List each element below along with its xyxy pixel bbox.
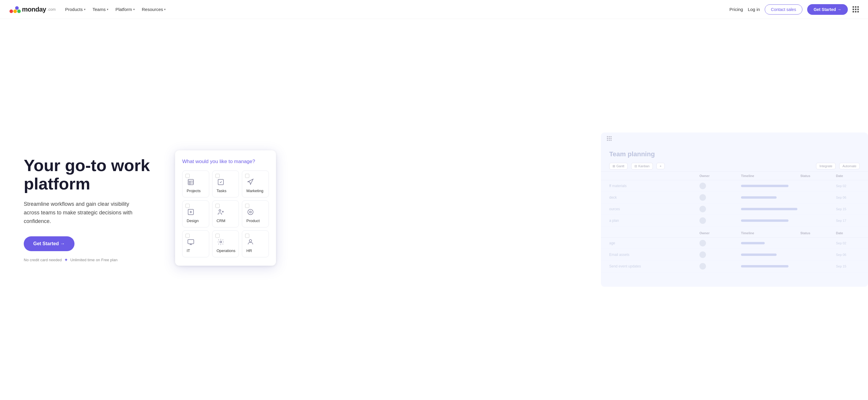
nav-right: Pricing Log in Contact sales Get Started…	[730, 4, 859, 15]
checkbox-crm[interactable]	[215, 204, 220, 208]
design-icon	[187, 208, 195, 216]
pricing-link[interactable]: Pricing	[730, 7, 743, 12]
hero-note1: No credit card needed	[24, 258, 62, 262]
modal-item-product[interactable]: Product	[242, 200, 269, 227]
hero-visual: Team planning ⊞Gantt ⊟Kanban + Integrate…	[160, 127, 844, 293]
hero-note: No credit card needed ✦ Unlimited time o…	[24, 257, 166, 263]
nav-left: monday .com Products ▾ Teams ▾ Platform …	[9, 5, 165, 14]
svg-point-13	[248, 209, 253, 215]
checkbox-marketing[interactable]	[245, 174, 249, 178]
board-title: Team planning	[601, 144, 868, 161]
hero-title: Your go-to work platform	[24, 156, 166, 193]
svg-point-2	[17, 9, 21, 13]
operations-icon	[217, 238, 225, 246]
modal-item-tasks[interactable]: Tasks	[212, 170, 239, 198]
nav-item-platform[interactable]: Platform ▾	[116, 7, 135, 12]
checkbox-it[interactable]	[185, 234, 190, 238]
marketing-label: Marketing	[246, 189, 263, 193]
svg-rect-4	[188, 179, 193, 185]
kanban-button[interactable]: ⊟Kanban	[631, 163, 653, 170]
projects-label: Projects	[187, 189, 200, 193]
table-row: deck Sep 06	[601, 192, 868, 203]
nav-item-resources[interactable]: Resources ▾	[142, 7, 166, 12]
get-started-hero-button[interactable]: Get Started →	[24, 236, 74, 251]
checkbox-hr[interactable]	[245, 234, 249, 238]
it-label: IT	[187, 248, 190, 253]
table-row: Email assets Sep 06	[601, 249, 868, 261]
svg-rect-15	[188, 240, 194, 244]
avatar	[700, 263, 706, 270]
table-row: ff materials Sep 02	[601, 180, 868, 192]
timeline-bar	[741, 196, 777, 199]
hero-section: Your go-to work platform Streamline work…	[0, 19, 868, 400]
add-view-button[interactable]: +	[656, 163, 665, 169]
operations-label: Operations	[217, 248, 236, 253]
gantt-button[interactable]: ⊞Gantt	[609, 163, 628, 170]
login-link[interactable]: Log in	[748, 7, 760, 12]
hero-note2: Unlimited time on Free plan	[70, 258, 118, 262]
avatar	[700, 252, 706, 258]
svg-point-0	[9, 9, 13, 13]
timeline-bar	[741, 254, 777, 256]
chevron-down-icon: ▾	[107, 8, 108, 11]
it-icon	[187, 238, 195, 246]
table-row: Send event updates Sep 15	[601, 261, 868, 272]
avatar	[700, 240, 706, 246]
table-row: ources Sep 15	[601, 203, 868, 215]
avatar	[700, 194, 706, 201]
nav-item-products[interactable]: Products ▾	[65, 7, 86, 12]
modal-item-it[interactable]: IT	[182, 230, 209, 257]
navbar: monday .com Products ▾ Teams ▾ Platform …	[0, 0, 868, 19]
integrate-button[interactable]: Integrate	[816, 163, 835, 169]
separator-icon: ✦	[64, 257, 68, 263]
logo[interactable]: monday .com	[9, 5, 56, 14]
marketing-icon	[246, 178, 255, 186]
hr-label: HR	[246, 248, 252, 253]
get-started-nav-button[interactable]: Get Started →	[807, 4, 848, 15]
hero-content: Your go-to work platform Streamline work…	[24, 156, 166, 263]
hero-subtitle: Streamline workflows and gain clear visi…	[24, 200, 143, 225]
timeline-bar	[741, 265, 788, 267]
checkbox-product[interactable]	[245, 204, 249, 208]
svg-point-19	[249, 240, 252, 242]
logo-mark	[9, 5, 21, 14]
timeline-bar	[741, 185, 788, 187]
svg-point-3	[15, 6, 19, 10]
checkbox-tasks[interactable]	[215, 174, 220, 178]
modal-title: What would you like to manage?	[182, 159, 269, 165]
board-columns: Owner Timeline Status Date	[601, 172, 868, 180]
contact-sales-button[interactable]: Contact sales	[765, 4, 802, 14]
manage-modal: What would you like to manage? Projects	[175, 150, 276, 266]
checkbox-design[interactable]	[185, 204, 190, 208]
timeline-bar	[741, 242, 765, 244]
avatar	[700, 182, 706, 189]
svg-point-18	[220, 241, 222, 243]
tasks-icon	[217, 178, 225, 186]
table-row: age Sep 02	[601, 237, 868, 249]
modal-item-projects[interactable]: Projects	[182, 170, 209, 198]
board-columns-2: Owner Timeline Status Date	[601, 229, 868, 237]
modal-grid: Projects Tasks	[182, 170, 269, 257]
automate-button[interactable]: Automate	[839, 163, 860, 169]
nav-item-teams[interactable]: Teams ▾	[93, 7, 108, 12]
modal-item-crm[interactable]: CRM	[212, 200, 239, 227]
avatar	[700, 206, 706, 212]
checkbox-projects[interactable]	[185, 174, 190, 178]
timeline-bar	[741, 208, 797, 210]
apps-grid-icon[interactable]	[852, 6, 859, 12]
checkbox-operations[interactable]	[215, 234, 220, 238]
projects-icon	[187, 178, 195, 186]
crm-label: CRM	[217, 219, 225, 223]
modal-item-operations[interactable]: Operations	[212, 230, 239, 257]
product-label: Product	[246, 219, 260, 223]
design-label: Design	[187, 219, 198, 223]
svg-point-1	[13, 9, 17, 13]
modal-item-design[interactable]: Design	[182, 200, 209, 227]
board-dots-icon	[607, 136, 612, 141]
hr-icon	[246, 238, 255, 246]
product-icon	[246, 208, 255, 216]
modal-item-marketing[interactable]: Marketing	[242, 170, 269, 198]
logo-wordmark: monday	[22, 6, 46, 13]
modal-item-hr[interactable]: HR	[242, 230, 269, 257]
svg-point-14	[250, 211, 251, 213]
